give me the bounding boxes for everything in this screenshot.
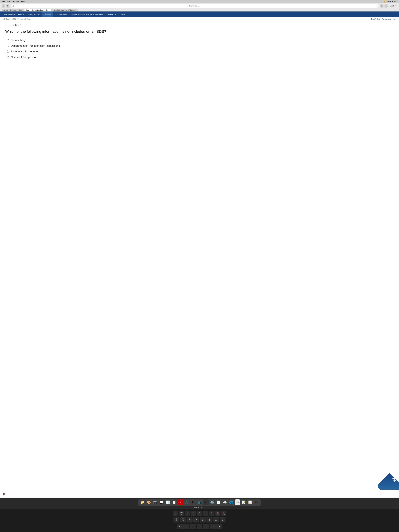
menu-help[interactable]: Help xyxy=(21,0,25,2)
nav-campus-safety[interactable]: Campus Safety xyxy=(26,12,42,17)
key-0[interactable]: ) 0 xyxy=(213,517,219,523)
key-minus[interactable]: — - xyxy=(220,517,226,523)
back-button[interactable]: ‹ xyxy=(2,4,5,8)
key-f6[interactable]: ☀+ F6 xyxy=(191,511,196,516)
radio-3[interactable] xyxy=(6,51,9,53)
key-9[interactable]: ( 9 xyxy=(207,517,212,523)
radio-4[interactable] xyxy=(6,56,9,58)
dock-texteditor[interactable]: 📝 xyxy=(241,499,247,505)
dock: 📁 🎨 📷 💬 📊 📋 N 🎵 🎙 📺 A ⚙️ 📄 ☁️ 🌐 Aa 📝 📊 🗂 xyxy=(138,499,261,506)
address-bar[interactable]: 🔒 bb.johnstoncc.edu ↻ xyxy=(11,4,379,8)
menu-bar-left: Bookmarks Window Help xyxy=(2,0,25,2)
dock-photos[interactable]: 🎨 xyxy=(146,499,152,505)
key-f10[interactable]: 🔇 F10 xyxy=(215,511,220,516)
key-f9[interactable]: ⏭ F9 xyxy=(209,511,214,516)
menu-window[interactable]: Window xyxy=(13,0,19,2)
dock-numbers[interactable]: 📊 xyxy=(165,499,171,505)
dock-settings[interactable]: ⚙️ xyxy=(209,499,215,505)
options-list: Flammability Department of Transportatio… xyxy=(5,39,394,59)
dock-news[interactable]: N xyxy=(177,499,184,505)
nav-student-resources[interactable]: Student Academic & Technical Resources xyxy=(69,12,105,17)
assignments-link[interactable]: Assignments xyxy=(382,18,391,20)
key-f3[interactable]: ⊞ F3 xyxy=(173,511,178,516)
help-link[interactable]: Help xyxy=(393,18,396,20)
dock-finder[interactable]: 📁 xyxy=(139,499,146,505)
dock-appletv[interactable]: 📺 xyxy=(196,499,203,505)
key-f7[interactable]: ⏮ F7 xyxy=(197,511,202,516)
flask-icon: ⚗ xyxy=(391,477,396,483)
key-r[interactable]: R xyxy=(177,524,183,530)
main-content: ⏱ Lab Drill 3 of 5 Which of the followin… xyxy=(0,21,399,498)
time-display: Sun 3:5 xyxy=(392,1,397,2)
dock-chrome[interactable]: 🌐 xyxy=(228,499,234,505)
dock-music[interactable]: 🎵 xyxy=(184,499,190,505)
nav-helpdesk[interactable]: Blackboard 24/7 Helpdesk xyxy=(2,12,26,17)
option-3[interactable]: Experiment Procedures xyxy=(6,50,394,53)
dock-notes[interactable]: 📋 xyxy=(171,499,177,505)
browser-actions: ⬆ + xyxy=(380,4,388,8)
option-1[interactable]: Flammability xyxy=(6,39,394,42)
key-f8[interactable]: ⏯ F8 xyxy=(203,511,208,516)
dock-area: 📁 🎨 📷 💬 📊 📋 N 🎵 🎙 📺 A ⚙️ 📄 ☁️ 🌐 Aa 📝 📊 🗂… xyxy=(0,498,399,509)
question-text: Which of the following information is no… xyxy=(5,29,111,34)
dock-podcasts[interactable]: 🎙 xyxy=(190,499,196,505)
bookmark-button[interactable]: + xyxy=(384,4,388,8)
drill-header: ⏱ Lab Drill 3 of 5 xyxy=(5,24,394,26)
key-f4[interactable]: ⊞⊞ F4 xyxy=(179,511,184,516)
dock-files[interactable]: 🗂 xyxy=(253,499,260,505)
option-4[interactable]: Chemical Composition xyxy=(6,56,394,59)
macbook-label: MacBook Air xyxy=(194,507,205,508)
new-window-link[interactable]: New Window xyxy=(371,18,380,20)
key-5[interactable]: % 5 xyxy=(180,517,186,523)
menu-bar: Bookmarks Window Help 📶 95% Sun 3:5 xyxy=(0,0,399,3)
dock-launchpad[interactable]: A xyxy=(203,499,209,505)
user-display: Zoe Rowe xyxy=(390,5,397,7)
radio-2[interactable] xyxy=(6,45,9,47)
nav-weba[interactable]: WebA xyxy=(119,12,127,17)
key-y[interactable]: Y xyxy=(190,524,196,530)
key-u[interactable]: U xyxy=(196,524,203,530)
breadcrumb-bar: Lab Safety › Lab02 - General Lab Safety … xyxy=(0,17,399,21)
dock-messages[interactable]: 💬 xyxy=(158,499,165,505)
key-6[interactable]: ^ 6 xyxy=(187,517,192,523)
corner-graphic: ⚗ xyxy=(378,463,399,490)
browser-chrome: ‹ ↻ 🔒 bb.johnstoncc.edu ↻ ⬆ + Zoe Rowe J… xyxy=(0,3,399,12)
key-t[interactable]: T xyxy=(184,524,189,530)
menu-bookmarks[interactable]: Bookmarks xyxy=(2,0,10,2)
lock-icon: 🔒 xyxy=(12,5,14,7)
nav-jcc-resources[interactable]: JCC Resources xyxy=(53,12,69,17)
radio-1[interactable] xyxy=(6,39,9,41)
key-i[interactable]: I xyxy=(203,524,209,530)
option-2[interactable]: Department of Transportation Regulations xyxy=(6,44,394,47)
tab-url3[interactable]: https://bb.johnstoncc.edu/bbcswebdav/pid… xyxy=(51,9,78,12)
share-button[interactable]: ⬆ xyxy=(380,4,384,8)
drill-label: Lab Drill 3 of 5 xyxy=(9,24,21,26)
key-p[interactable]: P xyxy=(216,524,222,530)
url-display: bb.johnstoncc.edu xyxy=(15,5,375,7)
timer-icon: ⏱ xyxy=(5,24,8,26)
key-4[interactable]: $ 4 xyxy=(173,517,179,523)
dock-icloud[interactable]: ☁️ xyxy=(222,499,228,505)
browser-toolbar: ‹ ↻ 🔒 bb.johnstoncc.edu ↻ ⬆ + Zoe Rowe xyxy=(2,4,397,8)
keyboard-area: ⊞ F3 ⊞⊞ F4 ☀- F5 ☀+ F6 ⏮ F7 ⏯ F8 ⏭ F9 🔇 xyxy=(0,509,399,532)
dock-camera[interactable]: 📷 xyxy=(152,499,158,505)
key-f5[interactable]: ☀- F5 xyxy=(185,511,190,516)
fn-row: ⊞ F3 ⊞⊞ F4 ☀- F5 ☀+ F6 ⏮ F7 ⏯ F8 ⏭ F9 🔇 xyxy=(3,511,396,516)
dock-chart[interactable]: 📊 xyxy=(247,499,253,505)
option-3-label: Experiment Procedures xyxy=(11,50,38,53)
nav-student-life[interactable]: Student Life xyxy=(105,12,119,17)
tab-lab02[interactable]: Lab02 - General Lab Safety – Blackboard … xyxy=(25,9,51,12)
menu-bar-right: 📶 95% Sun 3:5 xyxy=(384,1,397,2)
key-8[interactable]: * 8 xyxy=(200,517,206,523)
letter-row: R T Y U I O P xyxy=(3,524,396,530)
refresh-button[interactable]: ↻ xyxy=(6,4,10,8)
key-7[interactable]: & 7 xyxy=(193,517,199,523)
dock-dictionary[interactable]: Aa xyxy=(234,499,241,505)
dock-preview[interactable]: 📄 xyxy=(215,499,222,505)
breadcrumb: Lab Safety › Lab02 - General Lab Safety xyxy=(3,18,31,20)
nav-courses[interactable]: Courses xyxy=(42,12,53,17)
number-row: $ 4 % 5 ^ 6 & 7 * 8 ( 9 ) 0 — - xyxy=(3,517,396,523)
key-f11[interactable]: 🔉 F11 xyxy=(221,511,226,516)
key-o[interactable]: O xyxy=(210,524,215,530)
tab-jcc[interactable]: Johnston Community College xyxy=(2,9,24,12)
